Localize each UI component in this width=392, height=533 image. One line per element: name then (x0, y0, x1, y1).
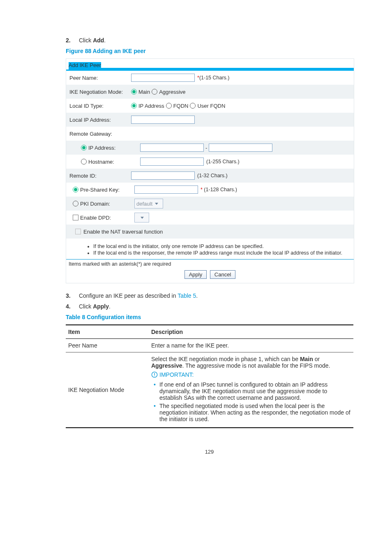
important-heading: IMPORTANT: (151, 371, 194, 378)
peer-name-label: Peer Name: (69, 75, 131, 81)
remote-gateway-label: Remote Gateway: (69, 131, 131, 137)
tab-row: Add IKE Peer (66, 59, 354, 70)
local-id-type-label: Local ID Type: (69, 103, 131, 109)
radio-fqdn[interactable] (166, 103, 172, 109)
r2-p1d: Aggressive (151, 362, 182, 369)
radio-psk[interactable] (73, 187, 78, 192)
remote-ip-label: IP Address: (88, 145, 115, 151)
step-2-text-c: . (104, 37, 106, 44)
step-3: 3. Configure an IKE peer as described in… (66, 292, 353, 299)
dpd-select[interactable] (134, 213, 149, 222)
important-label: IMPORTANT: (159, 371, 194, 378)
psk-label: Pre-Shared Key: (80, 187, 120, 193)
row-remote-gateway: Remote Gateway: (66, 127, 354, 141)
apply-button[interactable]: Apply (184, 270, 207, 279)
radio-remote-ip[interactable] (81, 145, 87, 151)
r2-p1b: Main (300, 356, 313, 362)
table-5-link[interactable]: Table 5 (178, 292, 196, 299)
dpd-label: Enable DPD: (80, 215, 111, 221)
neg-mode-label: IKE Negotiation Mode: (69, 89, 131, 95)
radio-ip-address[interactable] (131, 103, 137, 109)
radio-main-label: Main (138, 89, 150, 95)
table-caption: Table 8 Configuration items (66, 314, 353, 320)
th-desc: Description (149, 325, 353, 339)
step-4: 4. Click Apply. (66, 303, 353, 310)
important-icon (151, 371, 158, 378)
svg-rect-1 (154, 373, 154, 375)
remote-hostname-hint: (1-255 Chars.) (206, 159, 240, 165)
pki-label: PKI Domain: (80, 201, 110, 207)
cell-peer-name: Peer Name (66, 339, 149, 352)
row-remote-hostname: Hostname: (1-255 Chars.) (66, 155, 354, 169)
step-4-text-c: . (109, 303, 111, 310)
peer-name-input[interactable] (131, 74, 195, 82)
radio-ip-label: IP Address (138, 103, 164, 109)
button-row: Apply Cancel (66, 268, 354, 283)
row-local-ip: Local IP Address: (66, 113, 354, 127)
figure-caption: Figure 88 Adding an IKE peer (66, 48, 353, 54)
remote-id-label: Remote ID: (69, 173, 131, 179)
r2-p1e: . The aggressive mode is not available f… (182, 362, 330, 369)
remote-id-input[interactable] (131, 171, 195, 180)
step-3-number: 3. (66, 292, 77, 299)
radio-user-fqdn[interactable] (190, 103, 196, 109)
remote-hostname-input[interactable] (140, 158, 204, 166)
radio-pki[interactable] (73, 201, 78, 206)
chevron-down-icon (141, 217, 144, 219)
local-ip-label: Local IP Address: (69, 117, 131, 123)
row-neg-mode: IKE Negotiation Mode: Main Aggressive (66, 85, 354, 99)
step-4-text-a: Click (79, 303, 93, 310)
step-4-number: 4. (66, 303, 77, 310)
r2-p1a: Select the IKE negotiation mode in phase… (151, 356, 300, 362)
remote-ip-end-input[interactable] (209, 144, 272, 152)
row-remote-ip: IP Address: - (66, 141, 354, 155)
radio-aggressive[interactable] (152, 89, 157, 95)
radio-main[interactable] (131, 89, 137, 95)
remote-id-hint: (1-32 Chars.) (197, 173, 228, 178)
remote-ip-dash: - (205, 145, 207, 151)
pki-select[interactable]: default (134, 199, 163, 209)
psk-hint: (1-128 Chars.) (204, 187, 237, 192)
step-4-bold: Apply (93, 303, 109, 310)
step-2-text-a: Click (79, 37, 93, 44)
cell-neg-mode: IKE Negotiation Mode (66, 352, 149, 428)
row-nat: Enable the NAT traversal function (66, 225, 354, 239)
local-ip-input[interactable] (131, 116, 195, 124)
tab-add-ike-peer[interactable]: Add IKE Peer (69, 62, 101, 68)
form-notes: If the local end is the initiator, only … (66, 239, 354, 260)
step-3-text-a: Configure an IKE peer as described in (79, 292, 178, 299)
psk-star: * (201, 187, 203, 192)
note-2: If the local end is the responser, the r… (93, 250, 350, 256)
config-table: Item Description Peer Name Enter a name … (66, 324, 353, 428)
remote-ip-start-input[interactable] (140, 144, 204, 152)
pki-select-value: default (136, 201, 152, 207)
row-peer-name: Peer Name: *(1-15 Chars.) (66, 71, 354, 85)
important-bullet-1: If one end of an IPsec tunnel is configu… (151, 381, 351, 401)
radio-remote-hostname[interactable] (81, 159, 87, 165)
checkbox-nat[interactable] (75, 229, 81, 234)
step-2: 2. Click Add. (66, 37, 353, 44)
radio-aggressive-label: Aggressive (159, 89, 185, 95)
cell-neg-mode-desc: Select the IKE negotiation mode in phase… (149, 352, 353, 428)
page-number: 129 (66, 449, 353, 455)
r2-p1c: or (313, 356, 320, 362)
required-note: Items marked with an asterisk(*) are req… (66, 260, 354, 268)
th-item: Item (66, 325, 149, 339)
page: 2. Click Add. Figure 88 Adding an IKE pe… (0, 0, 392, 480)
peer-name-hint: (1-15 Chars.) (199, 75, 230, 81)
psk-input[interactable] (134, 185, 198, 194)
table-row: Peer Name Enter a name for the IKE peer. (66, 339, 353, 352)
remote-hostname-label: Hostname: (88, 159, 114, 165)
row-psk: Pre-Shared Key: * (1-128 Chars.) (66, 183, 354, 197)
step-2-number: 2. (66, 37, 77, 44)
row-dpd: Enable DPD: (66, 211, 354, 225)
row-local-id-type: Local ID Type: IP Address FQDN User FQDN (66, 99, 354, 113)
row-remote-id: Remote ID: (1-32 Chars.) (66, 169, 354, 183)
important-bullet-2: The specified negotiated mode is used wh… (151, 403, 351, 422)
nat-label: Enable the NAT traversal function (83, 229, 163, 235)
step-3-text-c: . (196, 292, 198, 299)
checkbox-dpd[interactable] (73, 215, 78, 220)
radio-user-fqdn-label: User FQDN (197, 103, 225, 109)
cancel-button[interactable]: Cancel (210, 270, 235, 279)
note-1: If the local end is the initiator, only … (93, 243, 350, 249)
